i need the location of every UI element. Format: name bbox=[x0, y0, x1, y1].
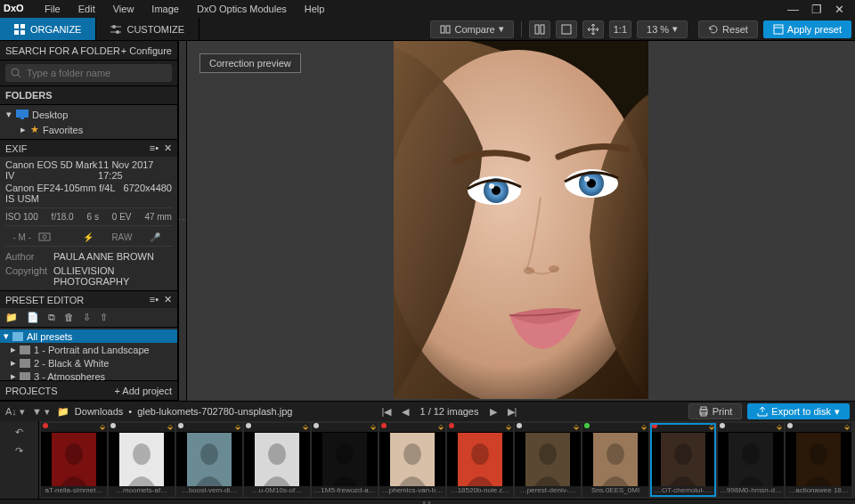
preset-folder[interactable]: ▸3 - Atmospheres bbox=[0, 370, 177, 380]
svg-rect-9 bbox=[441, 26, 444, 33]
preset-root[interactable]: ▾All presets bbox=[0, 329, 177, 343]
thumbnail[interactable]: ⬙…18520b-noie z… bbox=[447, 423, 513, 497]
last-icon[interactable]: ▶| bbox=[508, 406, 517, 418]
export-button[interactable]: Export to disk ▾ bbox=[747, 403, 850, 419]
svg-point-60 bbox=[810, 443, 827, 465]
close-panel-icon[interactable]: ✕ bbox=[164, 294, 172, 305]
grid-view-button[interactable] bbox=[529, 20, 550, 38]
preset-folder[interactable]: ▸1 - Portrait and Landscape bbox=[0, 343, 177, 356]
thumbnail-name: …moomets-af… bbox=[109, 486, 175, 497]
menu-edit[interactable]: Edit bbox=[69, 1, 104, 17]
print-button[interactable]: Print bbox=[688, 403, 743, 419]
move-button[interactable] bbox=[582, 20, 604, 38]
status-dot-icon bbox=[449, 423, 454, 428]
exif-lens: Canon EF24-105mm f/4L IS USM bbox=[5, 183, 124, 204]
thumbnail-image bbox=[244, 432, 310, 486]
next-icon[interactable]: ▶ bbox=[490, 406, 497, 418]
thumbnail-name: …u-0M10s-of… bbox=[244, 486, 310, 497]
new-preset-icon[interactable]: 📄 bbox=[27, 312, 39, 323]
fit-button[interactable] bbox=[556, 20, 577, 38]
thumbnail[interactable]: ⬙…1M5-frewozd-a… bbox=[312, 423, 378, 497]
thumbnail-image bbox=[718, 432, 784, 486]
thumbnail-name: …1M5-frewozd-a… bbox=[312, 486, 378, 497]
copy-icon[interactable]: ⧉ bbox=[48, 312, 55, 323]
reset-button[interactable]: Reset bbox=[698, 20, 758, 38]
thumbnail[interactable]: ⬙…boost-vem-di… bbox=[176, 423, 242, 497]
thumbnail[interactable]: ⬙…moomets-af… bbox=[109, 423, 175, 497]
search-input[interactable]: Type a folder name bbox=[5, 64, 172, 82]
undock-icon[interactable]: ≡• bbox=[150, 294, 159, 305]
collapse-icon[interactable]: ▾ bbox=[5, 109, 12, 120]
svg-line-17 bbox=[18, 75, 20, 77]
preset-tree: ▾All presets ▸1 - Portrait and Landscape… bbox=[0, 328, 177, 380]
close-icon[interactable]: ✕ bbox=[835, 3, 844, 16]
thumbnail[interactable]: ⬙…perest-deniv-… bbox=[515, 423, 581, 497]
svg-point-54 bbox=[607, 443, 624, 465]
svg-rect-10 bbox=[446, 26, 450, 33]
flash-icon: ⚡ bbox=[72, 232, 105, 242]
compare-button[interactable]: Compare ▾ bbox=[430, 20, 513, 38]
apply-preset-button[interactable]: Apply preset bbox=[763, 20, 851, 38]
svg-rect-4 bbox=[20, 30, 25, 35]
thumbnail[interactable]: ⬙…OT-chemolul-… bbox=[650, 423, 716, 497]
filmstrip-resize-handle[interactable]: •• bbox=[0, 499, 855, 504]
menu-view[interactable]: View bbox=[104, 1, 143, 17]
window-controls: — ❐ ✕ bbox=[787, 3, 851, 16]
import-icon[interactable]: ⇩ bbox=[83, 312, 91, 323]
badge-icon: ⬙ bbox=[777, 423, 782, 432]
badge-icon: ⬙ bbox=[438, 423, 444, 432]
folder-favorites[interactable]: ▸ ★ Favorites bbox=[0, 122, 177, 137]
undock-icon[interactable]: ≡• bbox=[150, 142, 159, 154]
svg-point-7 bbox=[112, 25, 116, 28]
image-counter: 1 / 12 images bbox=[419, 406, 478, 417]
tab-organize[interactable]: ORGANIZE bbox=[0, 18, 96, 40]
thumbnail[interactable]: ⬙…phemics-van-b… bbox=[379, 423, 445, 497]
configure-button[interactable]: + Configure bbox=[121, 45, 172, 56]
tab-customize[interactable]: CUSTOMIZE bbox=[96, 18, 200, 40]
compare-icon bbox=[440, 24, 451, 35]
menu-image[interactable]: Image bbox=[142, 1, 188, 17]
thumbnail[interactable]: ⬙Sns.0EES_0MI bbox=[582, 423, 648, 497]
delete-icon[interactable]: 🗑 bbox=[64, 312, 74, 323]
filmstrip-panel: A↓ ▾ ▼ ▾ 📁 Downloads • gleb-lukomets-702… bbox=[0, 401, 855, 504]
menu-file[interactable]: File bbox=[36, 1, 69, 17]
add-project-button[interactable]: + Add project bbox=[114, 386, 172, 396]
app-logo: DxO bbox=[4, 3, 27, 15]
sort-icon[interactable]: A↓ ▾ bbox=[5, 406, 25, 418]
close-panel-icon[interactable]: ✕ bbox=[164, 142, 172, 154]
prev-icon[interactable]: ◀ bbox=[402, 406, 409, 418]
badge-icon: ⬙ bbox=[844, 423, 850, 432]
menu-help[interactable]: Help bbox=[296, 1, 334, 17]
minimize-icon[interactable]: — bbox=[787, 3, 799, 16]
expand-icon[interactable]: ▸ bbox=[20, 124, 27, 135]
rotate-cw-icon[interactable]: ↷ bbox=[15, 445, 23, 457]
thumbnail-image bbox=[786, 432, 851, 486]
thumbnail[interactable]: ⬙aT-nella-simmet… bbox=[41, 423, 107, 497]
zoom-dropdown[interactable]: 13 %▾ bbox=[637, 20, 688, 38]
folder-desktop[interactable]: ▾ Desktop bbox=[0, 107, 177, 122]
maximize-icon[interactable]: ❐ bbox=[811, 3, 822, 16]
rotate-ccw-icon[interactable]: ↶ bbox=[15, 427, 23, 438]
new-folder-icon[interactable]: 📁 bbox=[5, 312, 18, 323]
preset-folder[interactable]: ▸2 - Black & White bbox=[0, 356, 177, 370]
svg-point-33 bbox=[549, 265, 559, 272]
breadcrumb-folder[interactable]: Downloads bbox=[75, 406, 123, 417]
export-icon[interactable]: ⇧ bbox=[100, 312, 108, 323]
first-icon[interactable]: |◀ bbox=[382, 406, 392, 418]
thumbnail[interactable]: ⬙…actionawee 18… bbox=[786, 423, 851, 497]
image-canvas[interactable]: Correction preview bbox=[187, 41, 855, 401]
fit-icon bbox=[561, 24, 572, 35]
thumbnail[interactable]: ⬙…u-0M10s-of… bbox=[244, 423, 310, 497]
status-dot-icon bbox=[584, 423, 590, 428]
zoom-1to1-button[interactable]: 1:1 bbox=[609, 20, 631, 38]
breadcrumb: 📁 Downloads • gleb-lukomets-702780-unspl… bbox=[57, 406, 293, 418]
svg-point-32 bbox=[524, 267, 534, 274]
filter-icon[interactable]: ▼ ▾ bbox=[32, 406, 50, 418]
menu-optics[interactable]: DxO Optics Modules bbox=[188, 1, 296, 17]
thumbnail[interactable]: ⬙…998M0-hmsn-d… bbox=[718, 423, 784, 497]
thumbnail-strip[interactable]: ⬙aT-nella-simmet…⬙…moomets-af…⬙…boost-ve… bbox=[39, 421, 855, 499]
desktop-icon bbox=[16, 110, 28, 119]
thumbnail-image bbox=[312, 432, 378, 486]
sidebar-collapse-handle[interactable]: ⋮ bbox=[178, 41, 187, 401]
svg-rect-35 bbox=[701, 407, 706, 410]
